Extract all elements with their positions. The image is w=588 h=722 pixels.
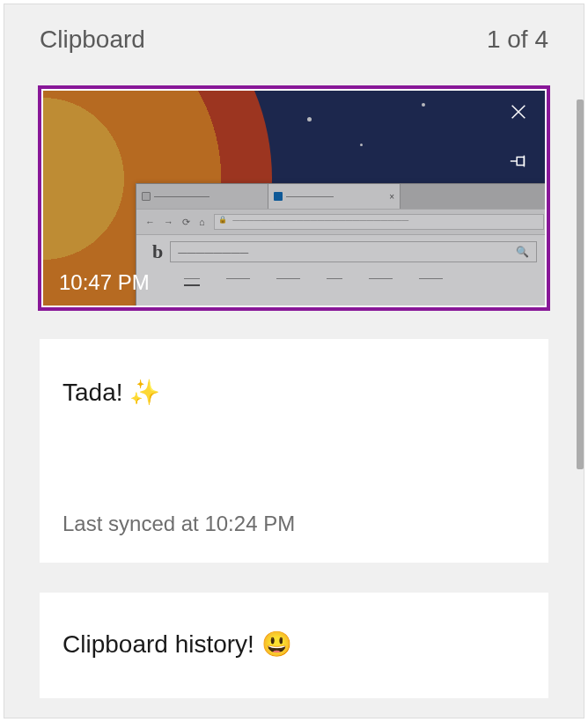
- sync-status: Last synced at 10:24 PM: [62, 512, 526, 536]
- clipboard-item-text[interactable]: Clipboard history! 😃: [40, 593, 548, 698]
- item-actions: [506, 101, 531, 175]
- panel-header: Clipboard 1 of 4: [4, 4, 584, 70]
- thumbnail-browser-window: ——————— ——————× ←→⟳⌂ 🔒 —————————————————…: [136, 183, 545, 306]
- clipboard-list: ——————— ——————× ←→⟳⌂ 🔒 —————————————————…: [4, 70, 584, 698]
- clipboard-item-text[interactable]: Tada! ✨ Last synced at 10:24 PM: [40, 339, 548, 563]
- item-counter: 1 of 4: [487, 26, 548, 54]
- clipboard-panel: Clipboard 1 of 4 ——————— ——————× ←→⟳⌂: [4, 4, 584, 718]
- pin-icon: [509, 151, 528, 174]
- clip-text-content: Clipboard history! 😃: [62, 630, 526, 684]
- clipboard-item-image[interactable]: ——————— ——————× ←→⟳⌂ 🔒 —————————————————…: [40, 87, 548, 309]
- close-icon: [509, 102, 528, 125]
- panel-title: Clipboard: [40, 26, 145, 54]
- delete-button[interactable]: [506, 101, 531, 126]
- svg-rect-3: [517, 157, 524, 165]
- item-timestamp: 10:47 PM: [59, 270, 150, 295]
- scrollbar-thumb[interactable]: [577, 99, 584, 469]
- pin-button[interactable]: [506, 151, 531, 175]
- clip-text-content: Tada! ✨: [62, 378, 526, 512]
